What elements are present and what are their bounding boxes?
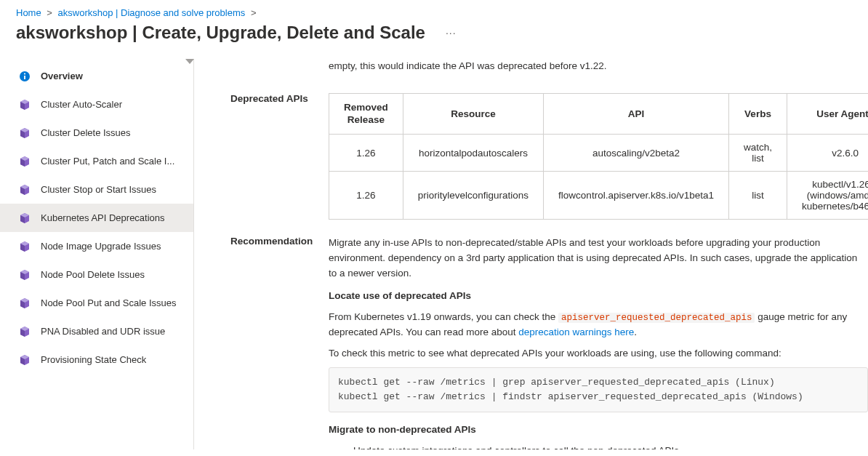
recommendation-text: Migrate any in-use APIs to non-deprecate…: [329, 237, 857, 279]
cell-verbs: list: [728, 172, 787, 220]
inline-code-metric: apiserver_requested_deprecated_apis: [558, 313, 755, 323]
th-user-agents: User Agents: [787, 93, 868, 134]
sidebar-item-label: Node Pool Delete Issues: [41, 269, 145, 280]
sidebar-item-node-pool-put-scale[interactable]: Node Pool Put and Scale Issues: [0, 289, 193, 317]
cube-icon: [19, 99, 31, 111]
sidebar-item-kubernetes-api-deprecations[interactable]: Kubernetes API Deprecations: [0, 204, 193, 232]
more-actions-button[interactable]: ···: [446, 27, 457, 39]
sidebar-item-cluster-stop-start[interactable]: Cluster Stop or Start Issues: [0, 175, 193, 204]
sidebar-item-label: Provisioning State Check: [41, 354, 146, 365]
sidebar-item-label: Node Image Upgrade Issues: [41, 241, 161, 252]
sidebar-item-label: Cluster Put, Patch and Scale I...: [41, 156, 174, 167]
cube-icon: [19, 212, 31, 224]
sidebar-item-pna-udr-issue[interactable]: PNA Disabled and UDR issue: [0, 317, 193, 345]
cell-removed: 1.26: [329, 172, 403, 220]
intro-text: empty, this would indicate the API was d…: [329, 60, 606, 71]
th-api: API: [544, 93, 729, 134]
cell-user-agents: kubectl/v1.26.0 (windows/amd64) kubernet…: [787, 172, 868, 220]
sidebar-item-cluster-auto-scaler[interactable]: Cluster Auto-Scaler: [0, 90, 193, 119]
sidebar-item-label: Cluster Auto-Scaler: [41, 99, 122, 110]
deprecation-warnings-link[interactable]: deprecation warnings here: [518, 327, 634, 337]
migrate-heading: Migrate to non-deprecated APIs: [329, 423, 868, 438]
deprecated-apis-table: Removed Release Resource API Verbs User …: [329, 93, 868, 220]
cube-icon: [19, 297, 31, 309]
cube-icon: [19, 241, 31, 252]
cube-icon: [19, 184, 31, 196]
table-row: 1.26 horizontalpodautoscalers autoscalin…: [329, 135, 869, 172]
recommendation-label: Recommendation: [230, 236, 329, 247]
migrate-bullet: Update custom integrations and controlle…: [353, 444, 868, 449]
sidebar-item-node-pool-delete[interactable]: Node Pool Delete Issues: [0, 260, 193, 289]
locate-text-pre: From Kubernetes v1.19 onwards, you can c…: [329, 311, 558, 322]
collapse-sidebar-icon[interactable]: [185, 59, 194, 64]
locate-text-end: .: [634, 327, 637, 337]
sidebar-item-provisioning-state-check[interactable]: Provisioning State Check: [0, 345, 193, 374]
breadcrumb-home[interactable]: Home: [16, 7, 41, 18]
chevron-right-icon: >: [47, 7, 52, 18]
locate-heading: Locate use of deprecated APIs: [329, 289, 868, 304]
sidebar-item-label: Overview: [41, 71, 83, 81]
cell-resource: prioritylevelconfigurations: [403, 172, 543, 220]
cell-user-agents: v2.6.0: [787, 135, 868, 172]
cube-icon: [19, 156, 31, 167]
check-metric-text: To check this metric to see what depreca…: [329, 346, 868, 361]
th-removed-release: Removed Release: [329, 93, 403, 134]
svg-rect-1: [24, 76, 25, 79]
sidebar-item-label: Cluster Stop or Start Issues: [41, 184, 156, 195]
breadcrumb: Home > aksworkshop | Diagnose and solve …: [0, 0, 868, 21]
sidebar-item-overview[interactable]: Overview: [0, 62, 193, 90]
sidebar-item-cluster-put-patch-scale[interactable]: Cluster Put, Patch and Scale I...: [0, 147, 193, 175]
sidebar: Overview Cluster Auto-Scaler Cluster Del…: [0, 59, 194, 449]
cube-icon: [19, 269, 31, 281]
sidebar-item-label: PNA Disabled and UDR issue: [41, 326, 165, 337]
cube-icon: [19, 127, 31, 139]
th-verbs: Verbs: [728, 93, 787, 134]
sidebar-item-cluster-delete-issues[interactable]: Cluster Delete Issues: [0, 119, 193, 147]
chevron-right-icon: >: [251, 7, 257, 18]
sidebar-item-label: Node Pool Put and Scale Issues: [41, 297, 176, 308]
cell-api: autoscaling/v2beta2: [544, 135, 729, 172]
cell-resource: horizontalpodautoscalers: [403, 135, 543, 172]
cell-removed: 1.26: [329, 135, 403, 172]
page-title: aksworkshop | Create, Upgrade, Delete an…: [16, 23, 425, 43]
breadcrumb-level2[interactable]: aksworkshop | Diagnose and solve problem…: [58, 7, 246, 18]
cube-icon: [19, 326, 31, 337]
cube-icon: [19, 354, 31, 366]
svg-point-2: [24, 73, 25, 74]
sidebar-item-label: Kubernetes API Deprecations: [41, 212, 165, 223]
sidebar-item-label: Cluster Delete Issues: [41, 127, 131, 138]
sidebar-item-node-image-upgrade[interactable]: Node Image Upgrade Issues: [0, 232, 193, 260]
deprecated-apis-label: Deprecated APIs: [230, 93, 329, 104]
th-resource: Resource: [403, 93, 543, 134]
main-content: empty, this would indicate the API was d…: [194, 59, 868, 449]
cell-api: flowcontrol.apiserver.k8s.io/v1beta1: [544, 172, 729, 220]
info-icon: [19, 71, 31, 82]
code-block: kubectl get --raw /metrics | grep apiser…: [329, 367, 868, 412]
table-row: 1.26 prioritylevelconfigurations flowcon…: [329, 172, 869, 220]
cell-verbs: watch, list: [728, 135, 787, 172]
